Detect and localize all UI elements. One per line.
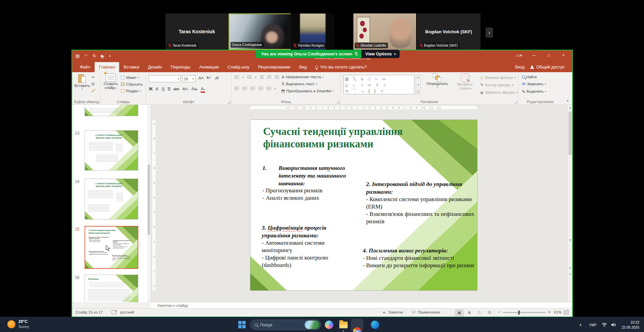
slide-text-block-3[interactable]: 3. Цифровізація процесів управління ризи… <box>262 224 356 269</box>
editor-scrollbar[interactable]: ▲ ▼ ⏶ ⏷ <box>567 105 572 302</box>
spellcheck-icon[interactable] <box>112 310 116 314</box>
select-button[interactable]: ⬉Выделить▾ <box>522 89 546 94</box>
shrink-font-button[interactable]: А˅ <box>206 76 211 80</box>
scroll-down-icon[interactable]: ▼ <box>568 238 572 243</box>
tab-animations[interactable]: Анимация <box>195 62 223 72</box>
scrollbar-thumb[interactable] <box>568 111 572 155</box>
clock[interactable]: 10:22 22.05.2025 <box>618 320 644 330</box>
bullets-icon[interactable] <box>234 76 239 79</box>
character-spacing-button[interactable]: AV▾ <box>182 87 188 91</box>
cut-icon[interactable]: ✂ <box>92 75 96 80</box>
save-icon[interactable]: ▤ <box>76 52 80 60</box>
clear-formatting-button[interactable]: А̸ <box>215 76 218 81</box>
ribbon-display-options-icon[interactable]: ▭▾ <box>512 50 527 60</box>
reading-view-button[interactable]: ⎅ <box>475 309 484 316</box>
zoom-out-icon[interactable]: − <box>498 309 500 315</box>
align-right-icon[interactable] <box>250 87 255 91</box>
undo-icon[interactable]: ↶ <box>84 52 88 60</box>
zoom-level[interactable]: 61% <box>554 310 562 314</box>
increase-indent-icon[interactable] <box>267 76 271 79</box>
sign-in-button[interactable]: Вход <box>511 65 529 69</box>
language-switcher[interactable]: УКР <box>586 323 600 327</box>
align-text-button[interactable]: ⇅Выровнять текст▾ <box>281 82 334 86</box>
tab-file[interactable]: Файл <box>76 62 95 72</box>
wifi-icon[interactable] <box>600 323 609 327</box>
copy-icon[interactable]: ⧉ <box>92 82 96 86</box>
reset-button[interactable]: Сбросить <box>121 82 143 86</box>
underline-button[interactable]: Ч <box>161 86 164 91</box>
view-options-button[interactable]: View Options ▾ <box>361 50 400 58</box>
minimize-icon[interactable]: — <box>527 50 541 60</box>
tab-insert[interactable]: Вставка <box>119 62 143 72</box>
start-button[interactable] <box>238 321 246 328</box>
smartart-button[interactable]: ⬒Преобразовать в SmartArt▾ <box>281 89 334 93</box>
italic-button[interactable]: К <box>156 86 159 92</box>
paste-button[interactable]: Вставить ▾ <box>74 74 90 91</box>
notes-pane[interactable]: Заметки к слайду <box>151 302 572 308</box>
participant-tile-yaroslav[interactable]: Yaroslav Kurageu <box>291 13 335 50</box>
zoom-slider[interactable] <box>503 312 546 313</box>
zoom-in-icon[interactable]: + <box>548 309 551 315</box>
arrange-button[interactable]: Упорядочить ▾ <box>424 74 451 89</box>
layout-button[interactable]: Макет▾ <box>121 76 143 80</box>
align-center-icon[interactable] <box>242 87 247 91</box>
participant-tile-shostak[interactable]: Shostak Liudmila <box>353 13 416 50</box>
close-icon[interactable]: × <box>556 50 571 60</box>
slide-14-thumbnail[interactable]: СТРАТЕГІЇ МІНІМІЗАЦІЇ ФІНАНСОВИХ РИЗИКІВ <box>85 179 138 220</box>
font-color-button[interactable]: А▾ <box>201 87 205 93</box>
slide-title[interactable]: Сучасні тенденції управління фінансовими… <box>263 125 458 150</box>
bold-button[interactable]: Ж <box>149 86 153 91</box>
slide-text-block-4[interactable]: 4. Посилення вимог регуляторів: - Нові с… <box>363 247 478 269</box>
share-button[interactable]: Общий доступ <box>535 65 569 69</box>
tab-slideshow[interactable]: Слайд-шоу <box>223 62 254 72</box>
participant-tile-bogdan[interactable]: Bogdan Volchok (SKF) Bogdan Volchok (SKF… <box>417 13 481 50</box>
grow-font-button[interactable]: А˄ <box>198 76 204 81</box>
scrollbar-thumb[interactable] <box>148 164 150 235</box>
shape-outline-button[interactable]: ✎Контур фигуры▾ <box>480 83 518 87</box>
weather-widget[interactable]: 20°CSunny <box>7 319 29 329</box>
fit-to-window-icon[interactable] <box>564 311 568 314</box>
comments-toggle[interactable]: Примечания <box>418 310 440 314</box>
participant-tile-olga[interactable]: Ольга Слободянюк <box>229 13 291 50</box>
language-indicator[interactable]: русский <box>120 310 134 314</box>
decrease-indent-icon[interactable] <box>260 76 264 79</box>
font-dialog-launcher[interactable] <box>228 101 230 103</box>
next-participants-button[interactable]: › <box>486 28 493 38</box>
shapes-gallery[interactable]: ▤ ╲ ⇘ □ ○ ▭△ ∟ ⌐ ⇨ ⇩ ⌂∿ ⌒ ⌣ { } ☆ <box>343 75 414 94</box>
file-explorer-icon[interactable] <box>339 322 348 328</box>
text-direction-button[interactable]: ⇊Направление текста▾ <box>281 75 334 79</box>
participant-tile-taras[interactable]: Taras Kosteniuk Taras Kosteniuk <box>165 13 228 50</box>
line-spacing-icon[interactable] <box>275 76 279 79</box>
slide-text-block-1[interactable]: 1. Використання штучного інтелекту та ма… <box>262 164 355 202</box>
taskbar-search[interactable]: Пошук <box>250 320 321 330</box>
previous-slide-button[interactable]: ⏶ <box>568 265 572 271</box>
redo-icon[interactable]: ↻ <box>93 52 96 60</box>
replace-button[interactable]: abЗаменить▾ <box>522 82 546 86</box>
columns-icon[interactable] <box>266 87 271 91</box>
vertical-ruler[interactable]: 9 · 8 · 7 · 6 · 5 · 4 · 3 · 2 · 1 · 0 · … <box>152 120 156 291</box>
hidden-icons-chevron[interactable]: ∧ <box>575 323 586 327</box>
next-slide-button[interactable]: ⏷ <box>568 272 572 277</box>
strikethrough-button[interactable]: abc <box>174 87 180 91</box>
tab-design[interactable]: Дизайн <box>144 62 166 72</box>
clipboard-dialog-launcher[interactable] <box>97 101 99 103</box>
font-size-combobox[interactable]: 19▾ <box>182 75 196 82</box>
slide-13-thumbnail[interactable]: СТРАТЕГІЇ МІНІМІЗАЦІЇ ФІНАНСОВИХ РИЗИКІВ <box>85 130 138 171</box>
tab-view[interactable]: Вид <box>295 62 311 72</box>
thumbnail-scrollbar[interactable] <box>147 105 150 302</box>
edge-icon[interactable] <box>371 321 379 329</box>
shape-fill-button[interactable]: ◇Заливка фигуры▾ <box>480 75 518 80</box>
notes-toggle[interactable]: Заметки <box>388 310 403 314</box>
slide-text-block-2[interactable]: 2. Інтегрований підхід до управління риз… <box>366 180 477 225</box>
new-slide-button[interactable]: Создать слайд ▾ <box>102 74 119 90</box>
justify-icon[interactable] <box>258 87 263 91</box>
normal-view-button[interactable]: ▣ <box>455 309 464 316</box>
slide-sorter-view-button[interactable]: ⊞ <box>465 309 474 316</box>
section-button[interactable]: Раздел▾ <box>121 89 143 93</box>
tab-review[interactable]: Рецензирование <box>254 62 295 72</box>
collapse-ribbon-icon[interactable]: ∧ <box>566 99 569 102</box>
tab-transitions[interactable]: Переходы <box>166 62 195 72</box>
slide-canvas[interactable]: Сучасні тенденції управління фінансовими… <box>250 120 478 291</box>
shapes-gallery-scrollbar[interactable]: ▴▾⊻ <box>416 75 420 94</box>
copilot-icon[interactable] <box>325 321 333 329</box>
